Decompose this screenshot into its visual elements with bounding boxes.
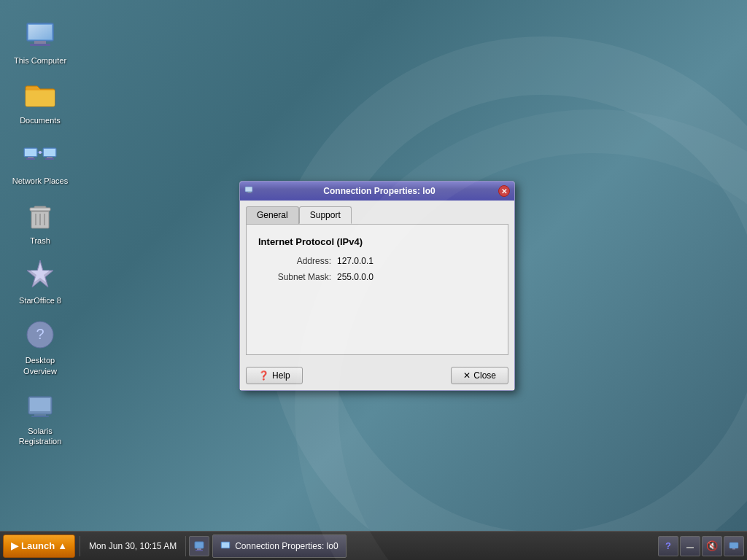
close-x-icon: ✕ xyxy=(463,370,471,381)
launch-button[interactable]: ▶ Launch ▲ xyxy=(3,534,75,558)
desktop-icon-this-computer[interactable]: This Computer xyxy=(7,15,73,69)
svg-rect-27 xyxy=(30,398,50,411)
documents-label: Documents xyxy=(20,115,61,125)
show-desktop-button[interactable] xyxy=(189,536,209,556)
svg-rect-11 xyxy=(47,157,53,158)
help-taskbar-button[interactable]: ? xyxy=(658,536,678,556)
dialog-content: General Support Internet Protocol (IPv4)… xyxy=(240,201,514,361)
desktop: This Computer Documents xyxy=(0,0,747,560)
dialog-title: Connection Properties: lo0 xyxy=(260,186,498,196)
svg-rect-39 xyxy=(686,547,694,548)
svg-rect-38 xyxy=(222,542,229,548)
svg-rect-35 xyxy=(197,548,201,550)
svg-rect-4 xyxy=(28,25,52,39)
staroffice-label: StarOffice 8 xyxy=(19,295,61,306)
section-title: Internet Protocol (IPv4) xyxy=(258,236,496,247)
desktop-icon-network-places[interactable]: Network Places xyxy=(7,135,73,189)
desktop-icon-trash[interactable]: Trash xyxy=(7,195,73,249)
desktop-icon-solaris-registration[interactable]: Solaris Registration xyxy=(7,385,73,450)
svg-rect-40 xyxy=(729,542,738,548)
folder-icon xyxy=(23,77,58,112)
desktop-overview-label: Desktop Overview xyxy=(10,355,70,376)
volume-button[interactable]: 🔇 xyxy=(702,536,722,556)
desktop-overview-icon: ? xyxy=(23,317,58,352)
svg-rect-33 xyxy=(247,192,252,193)
network-places-label: Network Places xyxy=(12,176,68,186)
taskbar-right: ? 🔇 xyxy=(658,536,747,556)
subnet-row: Subnet Mask: 255.0.0.0 xyxy=(258,272,496,282)
solaris-registration-icon xyxy=(23,388,58,423)
svg-rect-28 xyxy=(34,414,46,416)
monitor-button[interactable] xyxy=(724,536,744,556)
taskbar-window-item[interactable]: Connection Properties: lo0 xyxy=(212,534,346,558)
svg-rect-41 xyxy=(732,548,735,550)
svg-point-14 xyxy=(39,151,42,154)
taskbar-divider-1 xyxy=(80,536,80,556)
svg-text:?: ? xyxy=(36,326,44,342)
svg-rect-2 xyxy=(34,41,46,44)
launch-icon: ▶ xyxy=(11,540,18,551)
dialog-panel: Internet Protocol (IPv4) Address: 127.0.… xyxy=(246,224,508,355)
subnet-value: 255.0.0.0 xyxy=(337,272,374,282)
desktop-icons-container: This Computer Documents xyxy=(0,7,80,457)
taskbar-divider-2 xyxy=(185,536,186,556)
tab-general[interactable]: General xyxy=(246,206,299,224)
subnet-label: Subnet Mask: xyxy=(258,272,331,282)
svg-rect-12 xyxy=(45,158,54,160)
desktop-icon-staroffice[interactable]: StarOffice 8 xyxy=(7,254,73,308)
connection-properties-dialog: Connection Properties: lo0 ✕ General Sup… xyxy=(239,181,515,391)
svg-rect-34 xyxy=(195,542,204,548)
svg-rect-31 xyxy=(246,187,252,191)
svg-rect-7 xyxy=(28,157,34,158)
launch-arrow: ▲ xyxy=(58,540,67,551)
solaris-registration-label: Solaris Registration xyxy=(10,426,70,447)
svg-rect-32 xyxy=(248,192,251,192)
desktop-icon-documents[interactable]: Documents xyxy=(7,74,73,128)
minimize-all-button[interactable] xyxy=(680,536,700,556)
network-icon xyxy=(23,138,58,173)
dialog-footer: ❓ Help ✕ Close xyxy=(240,361,514,390)
svg-rect-8 xyxy=(26,158,35,160)
window-item-icon xyxy=(220,541,231,551)
svg-rect-6 xyxy=(25,149,36,156)
close-button[interactable]: ✕ Close xyxy=(451,367,508,384)
this-computer-label: This Computer xyxy=(14,55,66,66)
svg-rect-21 xyxy=(30,208,50,211)
help-icon: ❓ xyxy=(258,370,269,381)
dialog-titlebar-icon xyxy=(244,185,256,197)
tab-support[interactable]: Support xyxy=(299,206,352,224)
taskbar-clock: Mon Jun 30, 10:15 AM xyxy=(82,541,184,551)
dialog-titlebar: Connection Properties: lo0 ✕ xyxy=(240,182,514,201)
dialog-close-button[interactable]: ✕ xyxy=(498,185,510,197)
address-label: Address: xyxy=(258,256,331,266)
svg-rect-29 xyxy=(31,416,49,417)
svg-rect-3 xyxy=(30,44,50,46)
help-button[interactable]: ❓ Help xyxy=(246,367,303,384)
computer-icon xyxy=(23,18,58,52)
taskbar: ▶ Launch ▲ Mon Jun 30, 10:15 AM Connecti… xyxy=(0,531,747,560)
svg-rect-36 xyxy=(196,550,203,551)
dialog-tabs: General Support xyxy=(246,206,508,224)
address-value: 127.0.0.1 xyxy=(337,256,374,266)
trash-icon xyxy=(23,198,58,233)
address-row: Address: 127.0.0.1 xyxy=(258,256,496,266)
taskbar-window-label: Connection Properties: lo0 xyxy=(235,541,338,551)
staroffice-icon xyxy=(23,257,58,292)
desktop-icon-desktop-overview[interactable]: ? Desktop Overview xyxy=(7,314,73,379)
trash-label: Trash xyxy=(30,236,50,246)
svg-rect-10 xyxy=(44,149,55,156)
